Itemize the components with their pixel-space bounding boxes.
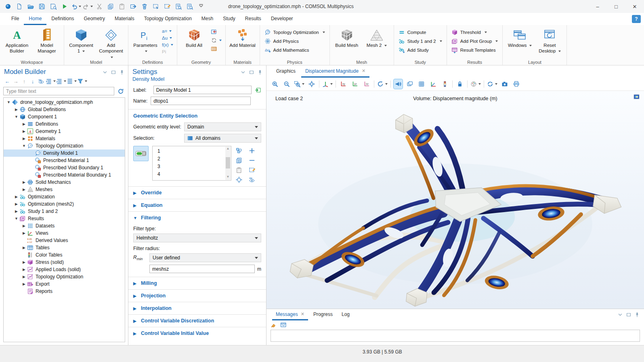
tree-node-meshes[interactable]: ▶Meshes [4, 186, 125, 193]
scene-light-icon[interactable] [394, 79, 403, 89]
help-button[interactable]: ? [632, 15, 641, 23]
menu-tab-mesh[interactable]: Mesh [197, 13, 218, 25]
zoom-in-icon[interactable] [271, 79, 279, 89]
tree-node-optimization[interactable]: ▶Optimization [4, 193, 125, 200]
panel-menu-icon[interactable] [617, 312, 623, 320]
filter-icon[interactable] [77, 77, 87, 85]
mesh-build-mesh-button[interactable]: Build Mesh [333, 27, 361, 49]
tree-node-color-tables[interactable]: Color Tables [4, 251, 125, 259]
clear-selection-icon[interactable] [162, 2, 172, 11]
definitions-mini-u[interactable]: Δu [162, 36, 173, 40]
tree-node-study-1-and-2[interactable]: ▶Study 1 and 2 [4, 208, 125, 215]
zoom-box-icon[interactable] [294, 79, 304, 89]
tree-node-applied-loads-solid-[interactable]: ▶*Applied Loads (solid) [4, 266, 125, 273]
expander-closed-icon[interactable]: ▶ [21, 275, 27, 279]
geometry-geo-fence-button[interactable] [211, 46, 222, 52]
model-component-1-button[interactable]: Component 1 [67, 27, 95, 55]
physics-topology-optimization-button[interactable]: ? Topology Optimization [264, 29, 325, 36]
paste-selection-icon[interactable] [235, 166, 243, 174]
float-panel-icon[interactable] [111, 69, 116, 75]
new-file-icon[interactable] [15, 2, 24, 11]
camera-icon[interactable] [500, 79, 509, 89]
activate-selection-toggle[interactable] [133, 146, 149, 161]
panel-menu-icon[interactable] [240, 69, 246, 75]
add-to-selection-icon[interactable] [248, 147, 256, 155]
messages-output[interactable] [271, 330, 640, 342]
tree-node-tables[interactable]: ▶Tables [4, 244, 125, 251]
zoom-to-selection-icon[interactable] [235, 176, 243, 184]
cut-icon[interactable] [94, 2, 104, 11]
axes-view-icon[interactable] [429, 79, 438, 89]
expander-closed-icon[interactable]: ▶ [21, 231, 27, 235]
grid-view-icon[interactable] [417, 79, 426, 89]
undo-icon[interactable] [71, 2, 81, 11]
show-more-icon[interactable] [37, 77, 45, 85]
save-search-icon[interactable] [48, 2, 58, 11]
layout-windows-button[interactable]: Windows [506, 27, 534, 49]
expand-all-icon[interactable] [56, 77, 66, 85]
expander-closed-icon[interactable]: ▶ [14, 195, 19, 199]
tree-node-density-model-1[interactable]: ?Density Model 1 [4, 149, 125, 157]
tree-node-stress-solid-[interactable]: ▶*Stress (solid) [4, 259, 125, 266]
menu-tab-developer[interactable]: Developer [266, 13, 298, 25]
expander-open-icon[interactable]: ▼ [14, 115, 19, 119]
tree-node-solid-mechanics[interactable]: ▶Solid Mechanics [4, 179, 125, 186]
study-study-1-and-2-button[interactable]: Study 1 and 2 [399, 38, 442, 44]
collapse-all-icon[interactable] [46, 77, 56, 85]
scroll-down-icon[interactable]: ▼ [225, 175, 231, 180]
materials-add-material-button[interactable]: Add Material [229, 27, 257, 49]
pin-panel-icon[interactable] [119, 69, 125, 75]
view-xy-icon[interactable]: xy [339, 79, 348, 89]
expander-closed-icon[interactable]: ▶ [21, 129, 27, 133]
refresh-icon[interactable] [117, 87, 125, 95]
scroll-up-icon[interactable]: ▲ [225, 147, 231, 152]
physics-add-physics-button[interactable]: Add Physics [264, 38, 325, 44]
go-to-view-icon[interactable] [322, 79, 333, 89]
move-node-icon[interactable] [128, 2, 138, 11]
filter-radius-field[interactable]: meshsz [149, 265, 255, 273]
section-equation[interactable]: ▶Equation [128, 199, 266, 211]
redo-icon[interactable] [83, 2, 93, 11]
results-result-templates-button[interactable]: Result Templates [451, 47, 498, 53]
close-tab-icon[interactable]: ✕ [301, 311, 304, 317]
view-xz-icon[interactable]: xz [362, 79, 371, 89]
clear-messages-icon[interactable] [271, 322, 277, 328]
customize-toolbar-icon[interactable] [196, 2, 206, 11]
geometry-geo-rebuild-button[interactable] [211, 37, 222, 44]
panel-menu-icon[interactable] [102, 69, 108, 75]
tree-node-prescribed-void-boundary-1[interactable]: Prescribed Void Boundary 1 [4, 164, 125, 171]
expander-open-icon[interactable]: ▼ [6, 100, 11, 104]
definitions-mini-a[interactable]: a= [162, 29, 173, 34]
node-sections-icon[interactable] [67, 77, 77, 85]
filter-type-dropdown[interactable]: Helmholtz [133, 234, 261, 242]
open-icon[interactable] [26, 2, 36, 11]
delete-icon[interactable] [140, 2, 149, 11]
tree-node-component-1[interactable]: ▼Component 1 [4, 113, 125, 120]
expander-closed-icon[interactable]: ▶ [14, 107, 19, 112]
create-selection-list-icon[interactable] [235, 156, 243, 164]
study-add-study-button[interactable]: Add Study [399, 47, 442, 53]
menu-tab-study[interactable]: Study [218, 13, 240, 25]
workspace-model-manager-button[interactable]: Model Manager [33, 27, 61, 55]
tree-node-global-definitions[interactable]: ▶Global Definitions [4, 106, 125, 113]
copy-icon[interactable] [106, 2, 115, 11]
filter-radius-mode-dropdown[interactable]: User defined [149, 253, 261, 262]
tree-filter-input[interactable]: Type filter text [3, 87, 114, 95]
expander-closed-icon[interactable]: ▶ [21, 246, 27, 250]
close-button[interactable]: ✕ [625, 0, 644, 13]
mesh-mesh-2-button[interactable]: Mesh 2 [363, 27, 391, 49]
model-add-component-button[interactable]: Add Component [97, 27, 125, 61]
float-panel-icon[interactable] [249, 69, 254, 75]
layout-reset-desktop-button[interactable]: Reset Desktop [535, 27, 564, 55]
tree-node-topology-optimization[interactable]: ▼?Topology Optimization [4, 142, 125, 149]
tree-node-derived-values[interactable]: 8.85e-12Derived Values [4, 237, 125, 244]
tree-node-views[interactable]: ▶Views [4, 229, 125, 237]
select-frame-icon[interactable] [151, 2, 161, 11]
expander-open-icon[interactable]: ▼ [14, 217, 19, 221]
tree-node-drone-topology-optimization-mph[interactable]: ▼drone_topology_optimization.mph [4, 99, 125, 106]
section-filtering[interactable]: ▼ Filtering [128, 211, 266, 224]
search-settings-icon[interactable] [185, 2, 195, 11]
section-projection[interactable]: ▶Projection [128, 289, 266, 302]
expander-closed-icon[interactable]: ▶ [14, 209, 19, 213]
selection-item[interactable]: 2 [157, 155, 224, 162]
